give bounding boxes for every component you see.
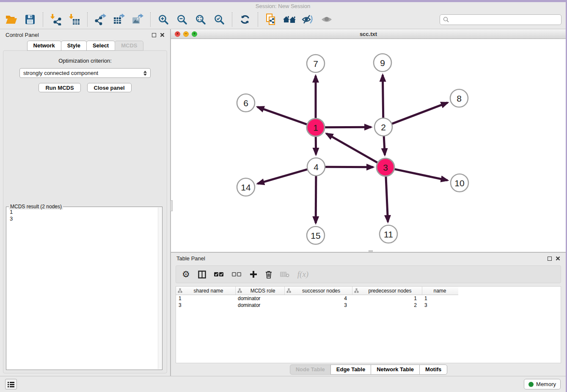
optimization-criterion-label: Optimization criterion: [3,58,167,64]
zoom-selected-icon [214,14,225,25]
float-table-panel-icon[interactable] [548,257,552,261]
refresh-network-icon [239,14,250,25]
open-file-button[interactable] [4,12,19,27]
table-cell: dominator [235,302,284,308]
close-panel-button[interactable]: Close panel [87,83,132,92]
table-row[interactable]: 3dominator323 [176,302,561,309]
network-node-1[interactable]: 1 [307,119,325,136]
network-node-15[interactable]: 15 [307,226,325,244]
table-cell: 3 [422,302,457,308]
zoom-selected-button[interactable] [212,12,226,27]
network-node-2[interactable]: 2 [374,118,392,136]
deselect-all-columns-icon[interactable] [232,272,242,277]
network-edge-3-11[interactable] [386,176,388,222]
close-table-panel-icon[interactable] [556,256,560,261]
window-close-button[interactable]: × [175,31,180,37]
network-edge-2-8[interactable] [392,102,448,124]
network-resize-grip[interactable] [369,250,373,252]
export-table-button[interactable] [112,12,126,27]
column-header-shared-name[interactable]: shared name [176,287,235,295]
network-node-6[interactable]: 6 [237,94,255,112]
network-node-14[interactable]: 14 [237,178,255,196]
panel-divider-grip[interactable] [170,200,173,211]
criterion-value: strongly connected component [23,70,98,76]
column-type-icon [178,288,182,293]
run-mcds-button[interactable]: Run MCDS [39,83,80,92]
refresh-network-button[interactable] [238,12,252,27]
close-panel-icon[interactable] [160,33,165,37]
window-zoom-button[interactable]: + [192,31,197,37]
tab-node-table[interactable]: Node Table [290,364,331,375]
control-panel-title: Control Panel [6,32,39,38]
save-session-icon [25,14,36,25]
tab-style[interactable]: Style [61,41,87,51]
panel-list-toggle-button[interactable] [5,379,17,389]
table-cell: 1 [422,295,457,301]
search-box[interactable] [440,14,561,25]
tab-edge-table[interactable]: Edge Table [330,364,371,375]
network-edge-1-6[interactable] [257,107,307,124]
toolbar-separator [258,12,258,27]
import-network-icon [50,14,62,25]
add-column-icon[interactable] [250,271,257,278]
zoom-fit-button[interactable] [193,12,208,27]
duplicate-network-button[interactable] [264,12,278,27]
delete-column-icon[interactable] [265,271,272,279]
network-edge-3-1[interactable] [326,133,378,163]
memory-button[interactable]: Memory [524,379,561,389]
export-image-button[interactable] [130,12,145,27]
show-hide-button[interactable] [319,12,334,27]
tab-select[interactable]: Select [86,41,115,51]
export-table-icon [113,14,125,25]
table-row[interactable]: 1dominator411 [176,295,561,302]
network-edge-4-14[interactable] [258,169,308,184]
network-node-3[interactable]: 3 [377,158,394,176]
home-networks-button[interactable] [282,12,297,27]
network-node-8[interactable]: 8 [450,89,468,107]
network-edge-3-10[interactable] [394,169,448,180]
network-edge-1-2[interactable] [325,127,371,127]
network-edge-2-9[interactable] [383,75,383,118]
network-canvas[interactable]: 1234678910111415 [171,39,566,252]
export-network-icon [94,14,106,25]
import-table-button[interactable] [67,12,82,27]
column-header-MCDS-role[interactable]: MCDS role [235,287,284,295]
network-node-10[interactable]: 10 [451,174,468,192]
column-type-icon [286,288,291,293]
network-edge-2-3[interactable] [384,136,385,155]
float-panel-icon[interactable] [152,33,156,37]
tab-motifs[interactable]: Motifs [419,364,447,375]
network-node-7[interactable]: 7 [307,55,325,72]
column-header-successor-nodes[interactable]: successor nodes [284,287,352,295]
window-minimize-button[interactable]: − [183,31,189,37]
settings-gear-icon[interactable]: ⚙ [182,269,190,279]
zoom-in-button[interactable] [156,12,171,27]
node-label: 6 [243,98,248,108]
export-network-button[interactable] [93,12,107,27]
import-network-button[interactable] [49,12,63,27]
network-edge-4-3[interactable] [325,167,373,167]
node-label: 15 [311,231,320,240]
column-header-predecessor-nodes[interactable]: predecessor nodes [352,287,422,295]
search-input[interactable] [451,17,558,23]
save-session-button[interactable] [23,12,37,27]
column-view-icon[interactable] [198,271,206,279]
network-node-11[interactable]: 11 [380,225,397,243]
result-scrollbar[interactable] [158,207,162,369]
toggle-graphics-details-button[interactable] [301,12,315,27]
tab-network-table[interactable]: Network Table [371,364,420,375]
tab-network[interactable]: Network [27,41,61,51]
toolbar-separator [150,12,151,27]
optimization-criterion-select[interactable]: strongly connected component [19,68,151,78]
tab-mcds[interactable]: MCDS [115,41,143,51]
open-file-icon [5,14,18,25]
column-header-name[interactable]: name [422,287,457,295]
network-node-4[interactable]: 4 [307,158,325,176]
select-all-columns-icon[interactable] [214,272,224,277]
node-label: 10 [454,178,464,188]
network-node-9[interactable]: 9 [374,54,391,72]
delete-table-icon [280,271,289,277]
toolbar-separator [232,12,232,27]
network-edge-4-15[interactable] [316,176,316,223]
zoom-out-button[interactable] [175,12,189,27]
